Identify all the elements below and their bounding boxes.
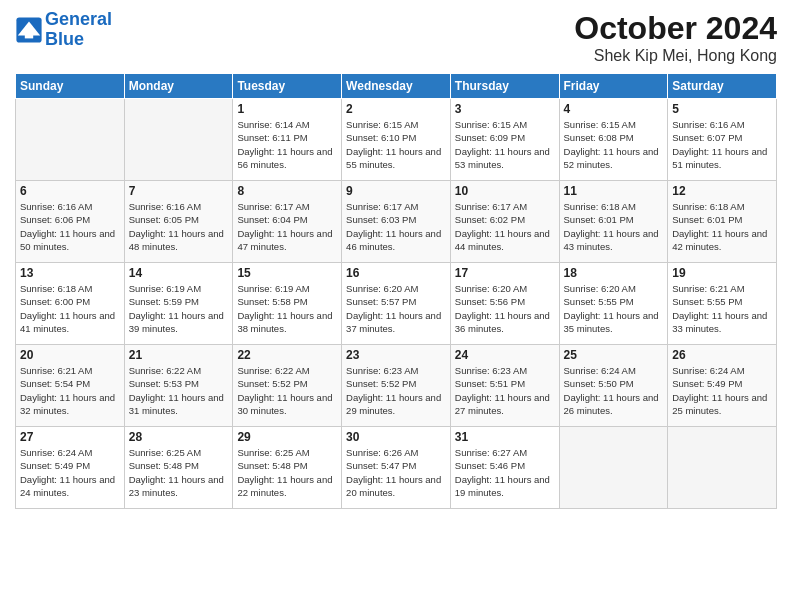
- day-number: 7: [129, 184, 229, 198]
- cell-info: Sunrise: 6:19 AMSunset: 5:59 PMDaylight:…: [129, 282, 229, 335]
- calendar-cell: [124, 99, 233, 181]
- cell-info: Sunrise: 6:18 AMSunset: 6:00 PMDaylight:…: [20, 282, 120, 335]
- calendar-cell: 27Sunrise: 6:24 AMSunset: 5:49 PMDayligh…: [16, 427, 125, 509]
- cell-info: Sunrise: 6:24 AMSunset: 5:49 PMDaylight:…: [672, 364, 772, 417]
- calendar-row-5: 27Sunrise: 6:24 AMSunset: 5:49 PMDayligh…: [16, 427, 777, 509]
- logo: General Blue: [15, 10, 112, 50]
- th-monday: Monday: [124, 74, 233, 99]
- calendar-cell: 1Sunrise: 6:14 AMSunset: 6:11 PMDaylight…: [233, 99, 342, 181]
- calendar-cell: 18Sunrise: 6:20 AMSunset: 5:55 PMDayligh…: [559, 263, 668, 345]
- calendar-cell: 29Sunrise: 6:25 AMSunset: 5:48 PMDayligh…: [233, 427, 342, 509]
- calendar-cell: 31Sunrise: 6:27 AMSunset: 5:46 PMDayligh…: [450, 427, 559, 509]
- cell-info: Sunrise: 6:14 AMSunset: 6:11 PMDaylight:…: [237, 118, 337, 171]
- cell-info: Sunrise: 6:16 AMSunset: 6:06 PMDaylight:…: [20, 200, 120, 253]
- day-number: 12: [672, 184, 772, 198]
- calendar-cell: 16Sunrise: 6:20 AMSunset: 5:57 PMDayligh…: [342, 263, 451, 345]
- th-tuesday: Tuesday: [233, 74, 342, 99]
- title-block: October 2024 Shek Kip Mei, Hong Kong: [574, 10, 777, 65]
- logo-text: General Blue: [45, 10, 112, 50]
- day-number: 8: [237, 184, 337, 198]
- calendar-cell: 5Sunrise: 6:16 AMSunset: 6:07 PMDaylight…: [668, 99, 777, 181]
- cell-info: Sunrise: 6:15 AMSunset: 6:09 PMDaylight:…: [455, 118, 555, 171]
- calendar-cell: 22Sunrise: 6:22 AMSunset: 5:52 PMDayligh…: [233, 345, 342, 427]
- calendar-cell: 26Sunrise: 6:24 AMSunset: 5:49 PMDayligh…: [668, 345, 777, 427]
- cell-info: Sunrise: 6:16 AMSunset: 6:05 PMDaylight:…: [129, 200, 229, 253]
- cell-info: Sunrise: 6:21 AMSunset: 5:55 PMDaylight:…: [672, 282, 772, 335]
- calendar-cell: 11Sunrise: 6:18 AMSunset: 6:01 PMDayligh…: [559, 181, 668, 263]
- day-number: 15: [237, 266, 337, 280]
- th-sunday: Sunday: [16, 74, 125, 99]
- calendar-cell: 28Sunrise: 6:25 AMSunset: 5:48 PMDayligh…: [124, 427, 233, 509]
- cell-info: Sunrise: 6:17 AMSunset: 6:04 PMDaylight:…: [237, 200, 337, 253]
- cell-info: Sunrise: 6:18 AMSunset: 6:01 PMDaylight:…: [672, 200, 772, 253]
- day-number: 11: [564, 184, 664, 198]
- calendar-cell: 3Sunrise: 6:15 AMSunset: 6:09 PMDaylight…: [450, 99, 559, 181]
- cell-info: Sunrise: 6:26 AMSunset: 5:47 PMDaylight:…: [346, 446, 446, 499]
- cell-info: Sunrise: 6:15 AMSunset: 6:08 PMDaylight:…: [564, 118, 664, 171]
- calendar-cell: 8Sunrise: 6:17 AMSunset: 6:04 PMDaylight…: [233, 181, 342, 263]
- day-number: 5: [672, 102, 772, 116]
- day-number: 23: [346, 348, 446, 362]
- calendar-cell: 20Sunrise: 6:21 AMSunset: 5:54 PMDayligh…: [16, 345, 125, 427]
- calendar-cell: 13Sunrise: 6:18 AMSunset: 6:00 PMDayligh…: [16, 263, 125, 345]
- calendar-row-1: 1Sunrise: 6:14 AMSunset: 6:11 PMDaylight…: [16, 99, 777, 181]
- cell-info: Sunrise: 6:24 AMSunset: 5:50 PMDaylight:…: [564, 364, 664, 417]
- calendar-table: Sunday Monday Tuesday Wednesday Thursday…: [15, 73, 777, 509]
- svg-rect-2: [25, 31, 33, 38]
- cell-info: Sunrise: 6:15 AMSunset: 6:10 PMDaylight:…: [346, 118, 446, 171]
- day-number: 19: [672, 266, 772, 280]
- calendar-cell: 7Sunrise: 6:16 AMSunset: 6:05 PMDaylight…: [124, 181, 233, 263]
- header-row: Sunday Monday Tuesday Wednesday Thursday…: [16, 74, 777, 99]
- day-number: 4: [564, 102, 664, 116]
- cell-info: Sunrise: 6:19 AMSunset: 5:58 PMDaylight:…: [237, 282, 337, 335]
- day-number: 17: [455, 266, 555, 280]
- day-number: 1: [237, 102, 337, 116]
- calendar-cell: 12Sunrise: 6:18 AMSunset: 6:01 PMDayligh…: [668, 181, 777, 263]
- cell-info: Sunrise: 6:17 AMSunset: 6:02 PMDaylight:…: [455, 200, 555, 253]
- calendar-row-3: 13Sunrise: 6:18 AMSunset: 6:00 PMDayligh…: [16, 263, 777, 345]
- day-number: 25: [564, 348, 664, 362]
- logo-icon: [15, 16, 43, 44]
- day-number: 6: [20, 184, 120, 198]
- cell-info: Sunrise: 6:16 AMSunset: 6:07 PMDaylight:…: [672, 118, 772, 171]
- cell-info: Sunrise: 6:20 AMSunset: 5:56 PMDaylight:…: [455, 282, 555, 335]
- day-number: 9: [346, 184, 446, 198]
- calendar-cell: [16, 99, 125, 181]
- calendar-cell: 2Sunrise: 6:15 AMSunset: 6:10 PMDaylight…: [342, 99, 451, 181]
- cell-info: Sunrise: 6:18 AMSunset: 6:01 PMDaylight:…: [564, 200, 664, 253]
- cell-info: Sunrise: 6:25 AMSunset: 5:48 PMDaylight:…: [237, 446, 337, 499]
- cell-info: Sunrise: 6:23 AMSunset: 5:51 PMDaylight:…: [455, 364, 555, 417]
- cell-info: Sunrise: 6:22 AMSunset: 5:53 PMDaylight:…: [129, 364, 229, 417]
- day-number: 13: [20, 266, 120, 280]
- calendar-cell: 24Sunrise: 6:23 AMSunset: 5:51 PMDayligh…: [450, 345, 559, 427]
- calendar-cell: 10Sunrise: 6:17 AMSunset: 6:02 PMDayligh…: [450, 181, 559, 263]
- calendar-cell: 15Sunrise: 6:19 AMSunset: 5:58 PMDayligh…: [233, 263, 342, 345]
- day-number: 26: [672, 348, 772, 362]
- calendar-cell: 25Sunrise: 6:24 AMSunset: 5:50 PMDayligh…: [559, 345, 668, 427]
- day-number: 20: [20, 348, 120, 362]
- th-saturday: Saturday: [668, 74, 777, 99]
- cell-info: Sunrise: 6:21 AMSunset: 5:54 PMDaylight:…: [20, 364, 120, 417]
- cell-info: Sunrise: 6:25 AMSunset: 5:48 PMDaylight:…: [129, 446, 229, 499]
- day-number: 22: [237, 348, 337, 362]
- calendar-cell: 30Sunrise: 6:26 AMSunset: 5:47 PMDayligh…: [342, 427, 451, 509]
- month-title: October 2024: [574, 10, 777, 47]
- cell-info: Sunrise: 6:27 AMSunset: 5:46 PMDaylight:…: [455, 446, 555, 499]
- th-thursday: Thursday: [450, 74, 559, 99]
- day-number: 21: [129, 348, 229, 362]
- day-number: 31: [455, 430, 555, 444]
- calendar-cell: 4Sunrise: 6:15 AMSunset: 6:08 PMDaylight…: [559, 99, 668, 181]
- th-wednesday: Wednesday: [342, 74, 451, 99]
- day-number: 14: [129, 266, 229, 280]
- th-friday: Friday: [559, 74, 668, 99]
- calendar-cell: [668, 427, 777, 509]
- day-number: 29: [237, 430, 337, 444]
- day-number: 28: [129, 430, 229, 444]
- calendar-cell: 9Sunrise: 6:17 AMSunset: 6:03 PMDaylight…: [342, 181, 451, 263]
- calendar-cell: [559, 427, 668, 509]
- day-number: 27: [20, 430, 120, 444]
- calendar-row-2: 6Sunrise: 6:16 AMSunset: 6:06 PMDaylight…: [16, 181, 777, 263]
- day-number: 30: [346, 430, 446, 444]
- day-number: 18: [564, 266, 664, 280]
- cell-info: Sunrise: 6:24 AMSunset: 5:49 PMDaylight:…: [20, 446, 120, 499]
